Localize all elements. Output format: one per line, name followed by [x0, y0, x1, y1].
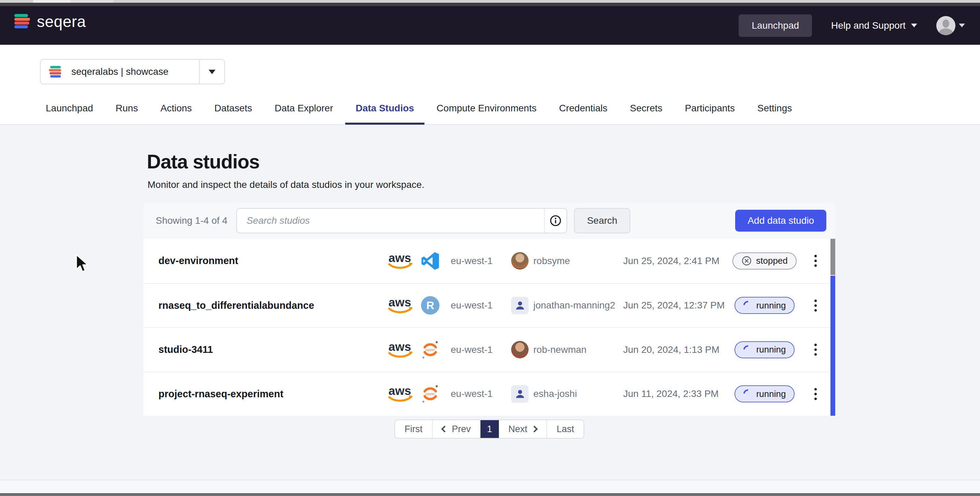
workspace-logo-icon — [49, 65, 62, 78]
status-badge: running — [735, 297, 795, 314]
username: jonathan-manning2 — [533, 300, 615, 311]
date-label: Jun 11, 2024, 2:33 PM — [616, 388, 729, 399]
date-label: Jun 20, 2024, 1:13 PM — [616, 344, 729, 355]
help-and-support-menu[interactable]: Help and Support — [831, 20, 917, 31]
chevron-left-icon — [441, 426, 448, 432]
pagination-prev-button[interactable]: Prev — [433, 420, 480, 438]
table-toolbar: Showing 1-4 of 4 Search Add data studio — [143, 203, 835, 239]
environment-icons: aws R jupyter — [384, 340, 442, 359]
chevron-down-icon — [208, 70, 215, 74]
tab-participants[interactable]: Participants — [675, 94, 745, 125]
tab-compute-environments[interactable]: Compute Environments — [426, 94, 547, 125]
studio-name[interactable]: dev-environment — [158, 255, 384, 266]
avatar — [511, 252, 528, 270]
scrollbar-track-highlight — [830, 276, 835, 416]
studio-name[interactable]: rnaseq_to_differentialabundance — [158, 300, 384, 311]
kebab-icon — [810, 341, 821, 358]
svg-text:jupyter: jupyter — [425, 392, 435, 396]
pagination-first-button[interactable]: First — [395, 420, 432, 438]
user-cell: jonathan-manning2 — [503, 297, 616, 314]
environment-icons: aws R jupyter — [384, 384, 442, 403]
pagination-next-label: Next — [508, 424, 528, 434]
tab-credentials[interactable]: Credentials — [549, 94, 618, 125]
browser-chrome-dark-strip — [0, 3, 980, 6]
user-icon — [511, 385, 528, 403]
kebab-menu-button[interactable] — [800, 252, 830, 270]
jupyter-icon: jupyter — [421, 384, 439, 403]
tab-launchpad[interactable]: Launchpad — [35, 94, 103, 125]
search-button[interactable]: Search — [574, 208, 630, 233]
page-title: Data studios — [147, 150, 259, 173]
status-label: running — [756, 389, 786, 399]
pagination-last-button[interactable]: Last — [547, 420, 584, 438]
svg-text:aws: aws — [388, 384, 411, 397]
seqera-logo[interactable]: seqera — [14, 14, 86, 29]
username: rob-newman — [533, 344, 587, 355]
region-label: eu-west-1 — [442, 388, 503, 399]
table-row[interactable]: dev-environment aws R jupyter — [143, 239, 835, 283]
search-info-button[interactable] — [544, 209, 566, 233]
tab-actions[interactable]: Actions — [150, 94, 202, 125]
status-badge: running — [735, 341, 795, 358]
search-input[interactable] — [237, 209, 544, 233]
table-row[interactable]: project-rnaseq-experiment aws R jupy — [143, 372, 835, 416]
data-studios-panel: Showing 1-4 of 4 Search Add data studio … — [143, 203, 835, 416]
environment-icons: aws R jupyter — [384, 296, 442, 315]
status-badge: stopped — [732, 252, 797, 270]
workspace-selector[interactable]: seqeralabs | showcase — [40, 59, 225, 85]
main-content: Data studios Monitor and inspect the det… — [0, 125, 980, 480]
studio-name[interactable]: project-rnaseq-experiment — [158, 388, 384, 400]
kebab-menu-button[interactable] — [800, 385, 830, 403]
aws-icon: aws — [386, 384, 416, 403]
info-circle-icon — [549, 215, 562, 227]
aws-icon: aws — [386, 340, 416, 359]
date-label: Jun 25, 2024, 12:37 PM — [616, 300, 729, 311]
pagination: First Prev 1 Next Last — [143, 419, 835, 439]
tab-runs[interactable]: Runs — [105, 94, 148, 125]
status-label: running — [756, 344, 786, 355]
tab-data-studios[interactable]: Data Studios — [345, 94, 424, 125]
running-spinner-icon — [741, 388, 754, 400]
tab-secrets[interactable]: Secrets — [620, 94, 673, 125]
add-data-studio-button[interactable]: Add data studio — [735, 210, 826, 231]
user-icon — [511, 297, 528, 314]
workspace-name: seqeralabs | showcase — [72, 66, 199, 77]
table-row[interactable]: rnaseq_to_differentialabundance aws R — [143, 283, 835, 328]
user-menu[interactable] — [936, 16, 965, 35]
running-spinner-icon — [741, 343, 754, 356]
pagination-current-page[interactable]: 1 — [480, 420, 499, 438]
tab-datasets[interactable]: Datasets — [204, 94, 262, 125]
kebab-icon — [810, 297, 821, 314]
table-row[interactable]: studio-3411 aws R jupyter — [143, 327, 835, 372]
username: robsyme — [533, 255, 570, 266]
launchpad-button[interactable]: Launchpad — [738, 14, 812, 37]
pagination-next-button[interactable]: Next — [499, 420, 547, 438]
tab-settings[interactable]: Settings — [747, 94, 802, 125]
region-label: eu-west-1 — [442, 300, 503, 311]
avatar — [511, 341, 528, 358]
studio-name[interactable]: studio-3411 — [158, 344, 384, 355]
scrollbar-thumb[interactable] — [830, 239, 835, 275]
workspace-dropdown-toggle[interactable] — [200, 70, 224, 74]
footer-area — [0, 480, 980, 493]
search-input-group — [236, 208, 567, 233]
svg-text:aws: aws — [388, 340, 411, 353]
kebab-menu-button[interactable] — [800, 297, 830, 314]
region-label: eu-west-1 — [442, 255, 503, 266]
chevron-down-icon — [911, 24, 917, 27]
page-subtitle: Monitor and inspect the details of data … — [148, 179, 425, 190]
pagination-last-label: Last — [557, 424, 574, 434]
chevron-down-icon — [959, 24, 965, 27]
user-cell: rob-newman — [503, 341, 616, 358]
date-label: Jun 25, 2024, 2:41 PM — [616, 255, 729, 266]
brand-name: seqera — [37, 14, 86, 29]
tab-data-explorer[interactable]: Data Explorer — [264, 94, 343, 125]
user-cell: robsyme — [503, 252, 616, 270]
kebab-menu-button[interactable] — [800, 341, 830, 358]
vscode-icon — [421, 252, 439, 270]
user-cell: esha-joshi — [503, 385, 616, 403]
status-label: stopped — [756, 255, 788, 266]
kebab-icon — [810, 252, 821, 270]
workspace-header: seqeralabs | showcase LaunchpadRunsActio… — [0, 45, 980, 125]
svg-text:jupyter: jupyter — [425, 348, 435, 351]
